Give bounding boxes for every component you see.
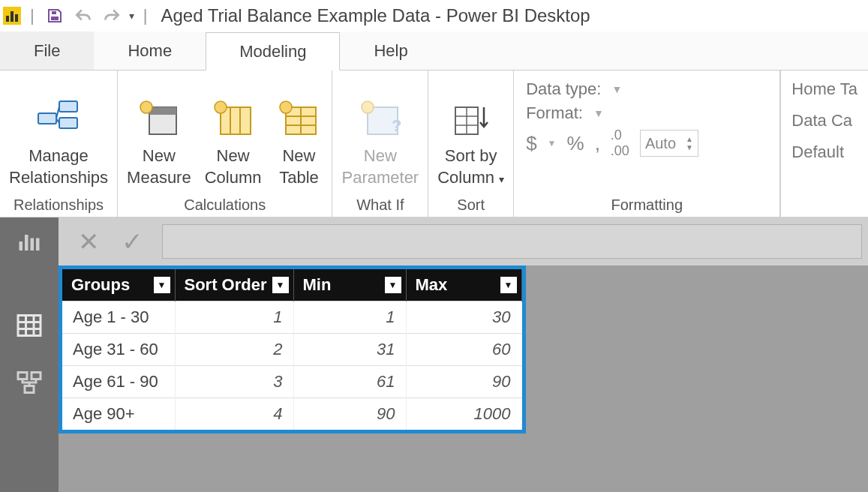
group-whatif: ? New Parameter What If bbox=[332, 70, 428, 217]
svg-point-5 bbox=[140, 101, 152, 113]
cell-sort[interactable]: 1 bbox=[175, 302, 293, 334]
qat-separator-2: | bbox=[140, 6, 151, 26]
home-table-label: Home Ta bbox=[791, 80, 857, 99]
view-rail bbox=[0, 266, 59, 492]
col-header-sort-label: Sort Order bbox=[185, 275, 267, 294]
cell-max[interactable]: 1000 bbox=[406, 398, 521, 430]
app-logo-icon bbox=[3, 7, 21, 25]
new-measure-button[interactable]: New Measure bbox=[122, 94, 196, 192]
svg-rect-29 bbox=[25, 386, 34, 393]
new-table-button[interactable]: New Table bbox=[270, 94, 327, 192]
cell-groups[interactable]: Age 1 - 30 bbox=[62, 302, 175, 334]
table-header-row: Groups▼ Sort Order▼ Min▼ Max▼ bbox=[62, 269, 521, 302]
data-canvas: Groups▼ Sort Order▼ Min▼ Max▼ Age 1 - 30… bbox=[0, 266, 868, 492]
percent-icon[interactable]: % bbox=[567, 132, 584, 155]
group-formatting: Data type: ▼ Format: ▼ $ ▼ % , .0.00 Aut… bbox=[514, 70, 780, 217]
cell-groups[interactable]: Age 90+ bbox=[62, 398, 175, 430]
ribbon: Manage Relationships Relationships New M… bbox=[0, 70, 868, 218]
format-buttons-row: $ ▼ % , .0.00 Auto ▲▼ bbox=[526, 128, 767, 159]
table-row[interactable]: Age 31 - 60 2 31 60 bbox=[62, 334, 521, 366]
group-calculations-label: Calculations bbox=[122, 192, 327, 217]
decimal-auto-input[interactable]: Auto ▲▼ bbox=[640, 130, 698, 157]
tab-modeling[interactable]: Modeling bbox=[206, 32, 340, 70]
manage-relationships-button[interactable]: Manage Relationships bbox=[5, 94, 113, 192]
new-column-button[interactable]: New Column bbox=[200, 94, 266, 192]
new-column-label: New Column bbox=[205, 145, 262, 189]
cell-groups[interactable]: Age 61 - 90 bbox=[62, 366, 175, 398]
new-measure-icon bbox=[135, 97, 183, 140]
col-header-sort[interactable]: Sort Order▼ bbox=[175, 269, 293, 302]
svg-rect-4 bbox=[149, 107, 176, 115]
filter-dropdown-icon[interactable]: ▼ bbox=[272, 277, 289, 293]
svg-rect-22 bbox=[18, 316, 41, 336]
col-header-min[interactable]: Min▼ bbox=[293, 269, 406, 302]
cell-max[interactable]: 30 bbox=[406, 302, 521, 334]
sort-by-column-button[interactable]: Sort by Column ▾ bbox=[433, 94, 509, 192]
svg-point-9 bbox=[215, 101, 227, 113]
cell-min[interactable]: 61 bbox=[293, 366, 406, 398]
new-parameter-button: ? New Parameter bbox=[337, 94, 423, 192]
cell-groups[interactable]: Age 31 - 60 bbox=[62, 334, 175, 366]
cell-max[interactable]: 90 bbox=[406, 366, 521, 398]
relationships-icon bbox=[35, 97, 83, 140]
filter-dropdown-icon[interactable]: ▼ bbox=[154, 277, 170, 293]
chevron-down-icon[interactable]: ▼ bbox=[548, 138, 557, 148]
redo-icon[interactable] bbox=[101, 4, 123, 27]
chevron-down-icon[interactable]: ▼ bbox=[593, 107, 604, 119]
cell-sort[interactable]: 2 bbox=[175, 334, 293, 366]
commit-formula-icon[interactable]: ✓ bbox=[122, 226, 143, 256]
cell-min[interactable]: 1 bbox=[293, 302, 406, 334]
new-column-icon bbox=[209, 97, 257, 140]
tab-help[interactable]: Help bbox=[340, 32, 441, 70]
tab-file[interactable]: File bbox=[0, 32, 94, 70]
svg-rect-1 bbox=[59, 118, 77, 128]
window-title: Aged Trial Balance Example Data - Power … bbox=[156, 5, 590, 26]
cell-min[interactable]: 31 bbox=[293, 334, 406, 366]
comma-icon[interactable]: , bbox=[595, 132, 600, 155]
formula-input[interactable] bbox=[162, 224, 862, 259]
col-header-max[interactable]: Max▼ bbox=[406, 269, 521, 302]
svg-point-14 bbox=[280, 101, 292, 113]
cell-sort[interactable]: 4 bbox=[175, 398, 293, 430]
group-sort: Sort by Column ▾ Sort bbox=[428, 70, 514, 217]
col-header-groups-label: Groups bbox=[71, 275, 130, 294]
filter-dropdown-icon[interactable]: ▼ bbox=[385, 277, 401, 293]
qat-customize-icon[interactable]: ▾ bbox=[129, 10, 134, 22]
svg-point-17 bbox=[362, 101, 374, 113]
cell-max[interactable]: 60 bbox=[406, 334, 521, 366]
svg-text:?: ? bbox=[392, 116, 401, 135]
table-row[interactable]: Age 90+ 4 90 1000 bbox=[62, 398, 521, 430]
currency-icon[interactable]: $ bbox=[526, 132, 536, 155]
view-rail-top bbox=[0, 218, 59, 266]
new-parameter-label: New Parameter bbox=[341, 145, 419, 189]
data-table: Groups▼ Sort Order▼ Min▼ Max▼ Age 1 - 30… bbox=[59, 266, 526, 434]
spinner-icon[interactable]: ▲▼ bbox=[686, 135, 693, 152]
filter-dropdown-icon[interactable]: ▼ bbox=[500, 277, 517, 293]
table-row[interactable]: Age 1 - 30 1 1 30 bbox=[62, 302, 521, 334]
save-icon[interactable] bbox=[44, 4, 66, 27]
chevron-down-icon[interactable]: ▼ bbox=[611, 83, 622, 95]
new-parameter-icon: ? bbox=[356, 97, 404, 140]
new-measure-label: New Measure bbox=[127, 145, 191, 189]
data-category-label: Data Ca bbox=[791, 111, 857, 130]
undo-icon[interactable] bbox=[72, 4, 95, 27]
format-row: Format: ▼ bbox=[526, 104, 767, 123]
report-view-icon[interactable] bbox=[11, 224, 47, 260]
format-label: Format: bbox=[526, 104, 583, 123]
model-view-icon[interactable] bbox=[11, 364, 47, 400]
sort-icon bbox=[447, 97, 495, 140]
group-relationships: Manage Relationships Relationships bbox=[0, 70, 118, 217]
data-view-icon[interactable] bbox=[11, 308, 47, 344]
cell-min[interactable]: 90 bbox=[293, 398, 406, 430]
group-sort-label: Sort bbox=[433, 192, 509, 217]
decimal-icon[interactable]: .0.00 bbox=[611, 128, 629, 159]
formula-controls: ✕ ✓ bbox=[59, 226, 162, 256]
cancel-formula-icon[interactable]: ✕ bbox=[78, 226, 99, 256]
col-header-groups[interactable]: Groups▼ bbox=[62, 269, 175, 302]
col-header-max-label: Max bbox=[416, 275, 448, 294]
manage-relationships-label: Manage Relationships bbox=[9, 145, 108, 189]
new-table-icon bbox=[275, 97, 323, 140]
table-row[interactable]: Age 61 - 90 3 61 90 bbox=[62, 366, 521, 398]
tab-home[interactable]: Home bbox=[94, 32, 206, 70]
cell-sort[interactable]: 3 bbox=[175, 366, 293, 398]
